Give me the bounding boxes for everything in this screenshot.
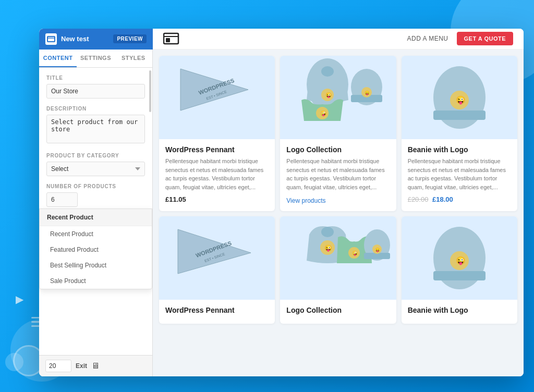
- add-menu-link[interactable]: ADD A MENU: [407, 35, 448, 42]
- product-by-category-label: PRODUCT BY CATEGORY: [46, 153, 145, 158]
- original-price-3: £20.00: [408, 195, 429, 203]
- svg-rect-19: [433, 111, 486, 120]
- scroll-indicator: [149, 70, 151, 112]
- product-title-2: Logo Collection: [286, 145, 390, 154]
- preview-button[interactable]: PREVIEW: [113, 34, 147, 43]
- browser-topbar: New test PREVIEW ADD A MENU GET A QUOTE: [39, 29, 524, 50]
- product-info-5: Logo Collection: [280, 300, 396, 324]
- title-label: TITLE: [46, 75, 145, 81]
- product-description-3: Pellentesque habitant morbi tristique se…: [408, 157, 511, 191]
- sidebar-number-input[interactable]: [45, 360, 71, 372]
- product-info-3: Beanie with Logo Pellentesque habitant m…: [402, 139, 517, 210]
- product-title-4: WordPress Pennant: [165, 306, 269, 314]
- product-price-1: £11.05: [165, 195, 269, 203]
- product-card-2: 😜 😛 🤪 Logo Collec: [280, 56, 396, 211]
- sidebar: CONTENT SETTINGS STYLES TITLE DESCRIPTIO…: [39, 50, 153, 376]
- svg-text:😜: 😜: [456, 95, 466, 105]
- product-card-1: WORDPRESS EST • SINCE WordPress Pennant …: [159, 56, 275, 211]
- website-logo: [163, 32, 180, 45]
- product-link-2[interactable]: View products: [286, 197, 325, 204]
- exit-button[interactable]: Exit: [76, 362, 87, 370]
- tab-content[interactable]: CONTENT: [39, 50, 77, 67]
- product-image-3: 😜: [402, 56, 517, 139]
- dropdown-header-item[interactable]: Recent Product: [40, 209, 152, 226]
- sale-price-3: £18.00: [432, 195, 453, 203]
- sidebar-bottom-bar: Exit 🖥: [39, 355, 152, 376]
- svg-text:🤪: 🤪: [352, 250, 358, 256]
- sidebar-logo-icon: [45, 33, 57, 45]
- svg-rect-0: [47, 36, 55, 42]
- description-label: DESCRIPTION: [46, 106, 145, 112]
- svg-rect-35: [433, 271, 486, 280]
- number-of-products-label: NUMBER OF PRODUCTS: [46, 183, 145, 189]
- svg-text:🤪: 🤪: [320, 110, 327, 117]
- sidebar-header: New test PREVIEW: [39, 29, 153, 50]
- product-image-5: 😜 🤪 😛: [280, 216, 396, 300]
- website-header: ADD A MENU GET A QUOTE: [153, 29, 524, 50]
- product-title-5: Logo Collection: [286, 306, 390, 314]
- products-grid: WORDPRESS EST • SINCE WordPress Pennant …: [159, 56, 517, 324]
- play-button-decoration: [16, 293, 31, 309]
- dropdown-item-best-selling[interactable]: Best Selling Product: [40, 258, 152, 273]
- sidebar-tabs: CONTENT SETTINGS STYLES: [39, 50, 152, 68]
- product-price-3: £20.00 £18.00: [408, 195, 511, 203]
- svg-text:😜: 😜: [325, 92, 332, 99]
- dropdown-item-sale[interactable]: Sale Product: [40, 273, 152, 289]
- product-image-2: 😜 😛 🤪: [280, 56, 396, 139]
- product-by-category-select[interactable]: Select Category 1 Category 2: [46, 162, 145, 176]
- product-title-3: Beanie with Logo: [408, 145, 511, 154]
- website-main: WORDPRESS EST • SINCE WordPress Pennant …: [153, 50, 524, 376]
- product-title-6: Beanie with Logo: [408, 306, 511, 314]
- svg-point-25: [321, 227, 334, 237]
- product-card-4: WORDPRESS EST • SINCE WordPress Pennant: [159, 216, 275, 324]
- svg-text:😛: 😛: [375, 247, 380, 252]
- product-info-1: WordPress Pennant Pellentesque habitant …: [159, 139, 275, 210]
- monitor-icon: 🖥: [91, 361, 100, 371]
- browser-window: New test PREVIEW ADD A MENU GET A QUOTE: [39, 29, 524, 376]
- number-of-products-input[interactable]: [46, 192, 78, 207]
- site-title: New test: [61, 35, 109, 43]
- product-info-6: Beanie with Logo: [402, 300, 517, 324]
- description-textarea[interactable]: Select product from our store: [46, 115, 145, 143]
- svg-rect-4: [166, 38, 170, 42]
- product-title-1: WordPress Pennant: [165, 145, 269, 154]
- tab-styles[interactable]: STYLES: [115, 50, 152, 67]
- product-card-6: 😜 Beanie with Logo: [402, 216, 517, 324]
- product-options-dropdown: Recent Product Recent Product Featured P…: [39, 209, 152, 289]
- svg-text:😛: 😛: [365, 90, 370, 95]
- dropdown-item-recent[interactable]: Recent Product: [40, 226, 152, 242]
- title-input[interactable]: [46, 84, 145, 99]
- header-right: ADD A MENU GET A QUOTE: [407, 32, 513, 45]
- product-image-6: 😜: [402, 216, 517, 300]
- product-description-1: Pellentesque habitant morbi tristique se…: [165, 157, 269, 191]
- dropdown-item-featured[interactable]: Featured Product: [40, 242, 152, 258]
- svg-text:😜: 😜: [324, 244, 332, 252]
- svg-text:😜: 😜: [456, 256, 466, 265]
- product-image-4: WORDPRESS EST • SINCE: [159, 216, 275, 300]
- product-info-4: WordPress Pennant: [159, 300, 275, 324]
- product-card-5: 😜 🤪 😛 Logo Collec: [280, 216, 396, 324]
- get-quote-button[interactable]: GET A QUOTE: [457, 32, 513, 45]
- product-description-2: Pellentesque habitant morbi tristique se…: [286, 157, 390, 191]
- product-info-2: Logo Collection Pellentesque habitant mo…: [280, 139, 396, 211]
- product-image-1: WORDPRESS EST • SINCE: [159, 56, 275, 139]
- content-area: CONTENT SETTINGS STYLES TITLE DESCRIPTIO…: [39, 50, 524, 376]
- svg-point-9: [321, 66, 334, 77]
- tab-settings[interactable]: SETTINGS: [77, 50, 114, 67]
- product-card-3: 😜 Beanie with Logo Pellentesque habitant…: [402, 56, 517, 211]
